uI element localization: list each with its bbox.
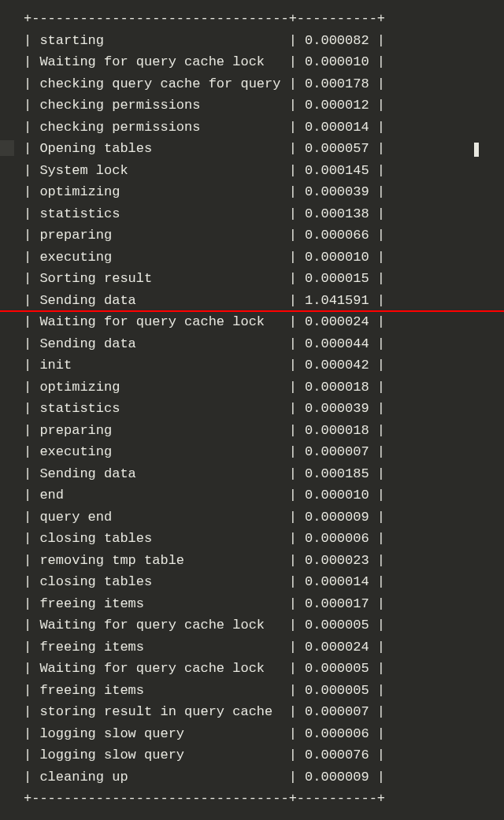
table-row: | Waiting for query cache lock | 0.00002… (24, 311, 504, 333)
table-row: | removing tmp table | 0.000023 | (24, 550, 504, 572)
table-row: | checking query cache for query | 0.000… (24, 73, 504, 95)
table-row: | Sorting result | 0.000015 | (24, 268, 504, 290)
table-row: | Opening tables | 0.000057 | (24, 138, 504, 160)
table-row: | executing | 0.000010 | (24, 247, 504, 269)
table-row: | Sending data | 0.000044 | (24, 333, 504, 355)
table-separator-top: +--------------------------------+------… (24, 8, 504, 30)
table-row: | cleaning up | 0.000009 | (24, 766, 504, 788)
table-row: | checking permissions | 0.000012 | (24, 95, 504, 117)
highlight-line (0, 310, 504, 312)
table-row: | preparing | 0.000018 | (24, 420, 504, 442)
table-row: | starting | 0.000082 | (24, 30, 504, 52)
table-row: | freeing items | 0.000017 | (24, 593, 504, 615)
table-row: | optimizing | 0.000039 | (24, 181, 504, 203)
table-row: | logging slow query | 0.000076 | (24, 744, 504, 766)
table-row: | closing tables | 0.000006 | (24, 528, 504, 550)
table-row: | query end | 0.000009 | (24, 506, 504, 529)
table-row: | executing | 0.000007 | (24, 441, 504, 463)
table-row: | freeing items | 0.000005 | (24, 680, 504, 702)
table-row: | preparing | 0.000066 | (24, 224, 504, 247)
table-row: | Waiting for query cache lock | 0.00000… (24, 614, 504, 636)
table-row: | Waiting for query cache lock | 0.00000… (24, 658, 504, 680)
table-row: | statistics | 0.000039 | (24, 398, 504, 420)
table-row: | Waiting for query cache lock | 0.00001… (24, 51, 504, 73)
table-separator-bottom: +--------------------------------+------… (24, 788, 504, 810)
table-row: | init | 0.000042 | (24, 354, 504, 377)
table-row: | storing result in query cache | 0.0000… (24, 701, 504, 723)
table-row: | freeing items | 0.000024 | (24, 636, 504, 659)
table-row: | Sending data | 1.041591 | (24, 290, 504, 312)
table-row: | Sending data | 0.000185 | (24, 463, 504, 485)
terminal-output: +--------------------------------+------… (0, 8, 504, 810)
table-row: | logging slow query | 0.000006 | (24, 723, 504, 745)
table-row: | closing tables | 0.000014 | (24, 571, 504, 593)
table-row: | System lock | 0.000145 | (24, 160, 504, 182)
decorative-block (0, 140, 14, 156)
table-row: | end | 0.000010 | (24, 484, 504, 506)
table-row: | checking permissions | 0.000014 | (24, 117, 504, 139)
decorative-cursor (474, 143, 479, 157)
table-row: | optimizing | 0.000018 | (24, 377, 504, 399)
table-row: | statistics | 0.000138 | (24, 203, 504, 225)
